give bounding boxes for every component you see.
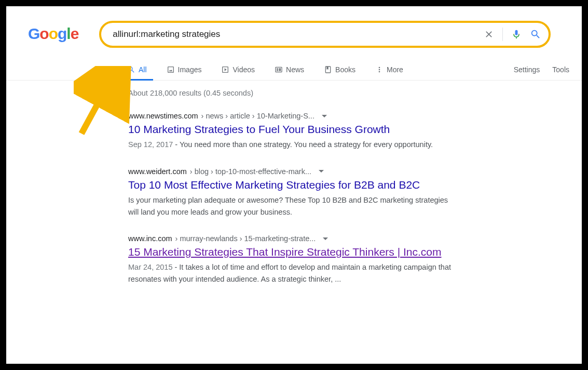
tab-label: News: [286, 65, 304, 74]
result-path: › blog › top-10-most-effective-mark...: [190, 167, 311, 176]
tab-label: All: [139, 65, 147, 74]
chevron-down-icon[interactable]: [319, 170, 324, 173]
tab-label: Videos: [233, 65, 255, 74]
result-date: Sep 12, 2017: [128, 140, 173, 149]
search-result: www.newstimes.com › news › article › 10-…: [128, 112, 460, 151]
tab-news[interactable]: News: [270, 59, 310, 80]
google-logo[interactable]: Google: [28, 25, 78, 43]
result-url[interactable]: www.newstimes.com › news › article › 10-…: [128, 112, 460, 120]
result-title[interactable]: 15 Marketing Strategies That Inspire Str…: [128, 245, 460, 259]
search-result: www.inc.com › murray-newlands › 15-marke…: [128, 234, 460, 285]
result-path: › murray-newlands › 15-marketing-strate.…: [175, 234, 316, 243]
divider: [502, 28, 503, 41]
tab-videos[interactable]: Videos: [217, 59, 261, 80]
result-url[interactable]: www.weidert.com › blog › top-10-most-eff…: [128, 167, 460, 176]
settings-link[interactable]: Settings: [514, 65, 540, 74]
result-path: › news › article › 10-Marketing-S...: [201, 112, 314, 120]
mic-icon[interactable]: [511, 29, 522, 40]
tab-books[interactable]: Books: [320, 59, 362, 80]
tab-all[interactable]: All: [123, 59, 153, 80]
result-domain: www.newstimes.com: [128, 112, 198, 120]
tab-label: More: [387, 65, 403, 74]
search-icon[interactable]: [530, 29, 541, 40]
tab-more[interactable]: More: [371, 59, 409, 80]
result-snippet: Is your marketing plan adequate or aweso…: [128, 194, 460, 218]
tools-link[interactable]: Tools: [552, 65, 569, 74]
result-snippet: Mar 24, 2015 - It takes a lot of time an…: [128, 261, 460, 285]
tab-label: Books: [335, 65, 355, 74]
clear-icon[interactable]: [484, 29, 494, 39]
result-snippet: Sep 12, 2017 - You need more than one st…: [128, 139, 460, 150]
result-title[interactable]: 10 Marketing Strategies to Fuel Your Bus…: [128, 122, 460, 137]
result-title[interactable]: Top 10 Most Effective Marketing Strategi…: [128, 178, 460, 192]
search-result: www.weidert.com › blog › top-10-most-eff…: [128, 167, 460, 218]
result-date: Mar 24, 2015: [128, 263, 172, 271]
chevron-down-icon[interactable]: [323, 237, 328, 240]
search-input[interactable]: [113, 29, 484, 39]
tab-label: Images: [178, 65, 202, 74]
result-stats: About 218,000 results (0.45 seconds): [128, 89, 463, 97]
result-domain: www.inc.com: [128, 234, 172, 243]
chevron-down-icon[interactable]: [322, 115, 327, 117]
search-bar: [99, 21, 551, 48]
result-domain: www.weidert.com: [128, 167, 187, 176]
search-tabs: All Images Videos News Books More Settin…: [6, 59, 582, 81]
tab-images[interactable]: Images: [162, 59, 208, 80]
result-url[interactable]: www.inc.com › murray-newlands › 15-marke…: [128, 234, 460, 243]
